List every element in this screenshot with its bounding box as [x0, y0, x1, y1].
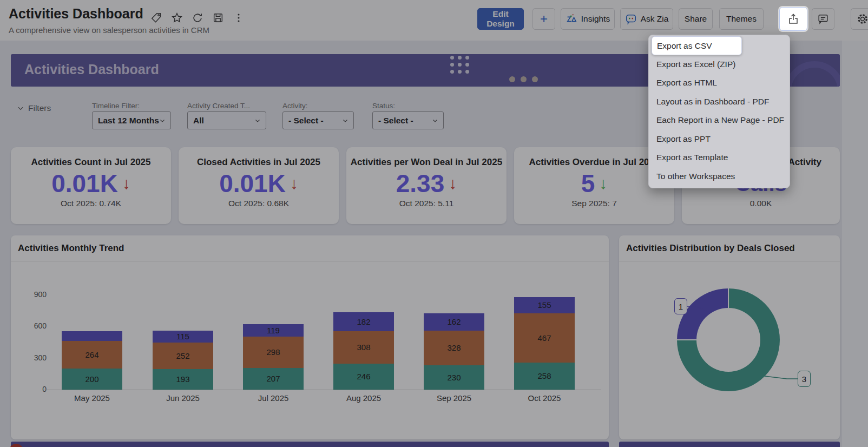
menu-item-export-as-template[interactable]: Export as Template [649, 148, 790, 167]
menu-item-each-report-in-a-new-page-pdf[interactable]: Each Report in a New Page - PDF [649, 111, 790, 130]
menu-item-export-as-ppt[interactable]: Export as PPT [649, 130, 790, 149]
menu-item-export-as-html[interactable]: Export as HTML [649, 74, 790, 93]
menu-item-export-as-excel-zip-[interactable]: Export as Excel (ZIP) [649, 55, 790, 74]
menu-item-to-other-workspaces[interactable]: To other Workspaces [649, 167, 790, 186]
export-button[interactable] [779, 7, 807, 31]
export-menu: Export as CSVExport as Excel (ZIP)Export… [648, 35, 790, 188]
export-icon [787, 12, 800, 25]
screen: Activities Dashboard A comprehensive vie… [0, 0, 868, 447]
menu-item-layout-as-in-dashboard-pdf[interactable]: Layout as in Dashboard - PDF [649, 93, 790, 111]
menu-item-export-as-csv[interactable]: Export as CSV [652, 36, 742, 55]
